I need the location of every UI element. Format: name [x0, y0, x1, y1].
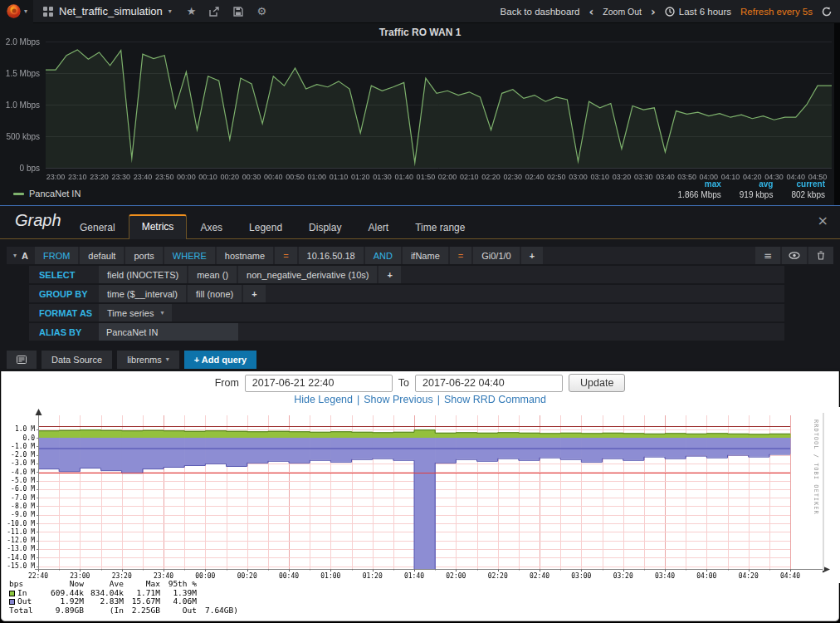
- group-add-icon[interactable]: +: [243, 285, 265, 302]
- policy-segment[interactable]: default: [80, 247, 124, 264]
- legend-header-max: Max: [124, 580, 160, 589]
- stat-current-value: 802 kbps: [791, 190, 825, 199]
- refresh-interval-button[interactable]: Refresh every 5s: [740, 7, 813, 17]
- legend-swatch-in: [9, 591, 15, 596]
- link-separator: |: [433, 394, 444, 405]
- group-fill-segment[interactable]: fill (none): [188, 285, 242, 302]
- link-separator: |: [353, 394, 364, 405]
- panel-title[interactable]: Traffic RO WAN 1: [0, 27, 840, 38]
- total-in-label: (In: [84, 606, 124, 616]
- app: ▾ Net_traffic_simulation ▾ ★ ⚙ Back to d…: [0, 0, 840, 623]
- where-and-segment[interactable]: AND: [365, 247, 401, 264]
- datasource-caret-icon: ▾: [166, 356, 169, 363]
- logo-caret-icon: ▾: [24, 8, 27, 15]
- editor-header: Graph General Metrics Axes Legend Displa…: [0, 206, 840, 239]
- clock-icon: [665, 7, 675, 17]
- query-collapse-toggle[interactable]: ▾ A: [7, 247, 35, 264]
- add-query-button[interactable]: + Add query: [184, 351, 256, 369]
- datasource-select[interactable]: librenms ▾: [117, 351, 179, 369]
- where-key2-segment[interactable]: ifName: [403, 247, 448, 264]
- out-now: 1.92M: [47, 597, 84, 606]
- total-out-value: 7.64GB): [197, 606, 238, 616]
- format-as-select[interactable]: Time series ▾: [99, 304, 172, 321]
- tab-display[interactable]: Display: [295, 214, 354, 239]
- rrd-panel: From To Update Hide Legend|Show Previous…: [1, 371, 839, 621]
- tab-alert[interactable]: Alert: [354, 214, 402, 239]
- dashboard-caret-icon: ▾: [168, 8, 172, 15]
- select-add-icon[interactable]: +: [378, 266, 400, 283]
- group-time-segment[interactable]: time ($__interval): [99, 285, 186, 302]
- measurement-segment[interactable]: ports: [125, 247, 162, 264]
- stat-max-label: max: [705, 179, 721, 189]
- where-add-icon[interactable]: +: [521, 247, 543, 264]
- legend-series-item[interactable]: PancaNet IN: [13, 189, 81, 199]
- close-editor-icon[interactable]: ×: [818, 214, 828, 228]
- refresh-now-icon[interactable]: [822, 7, 832, 17]
- tab-axes[interactable]: Axes: [187, 214, 236, 239]
- help-icon[interactable]: [7, 351, 37, 369]
- grafana-logo[interactable]: ▾: [0, 0, 33, 23]
- update-button[interactable]: Update: [569, 374, 625, 392]
- settings-gear-icon[interactable]: ⚙: [256, 6, 266, 17]
- where-keyword: WHERE: [164, 247, 215, 264]
- query-eye-icon[interactable]: [782, 247, 807, 264]
- query-row-a: ▾ A FROM default ports WHERE hostname = …: [7, 247, 833, 264]
- dashboard-picker[interactable]: Net_traffic_simulation ▾: [43, 5, 172, 17]
- out-max: 15.67M: [124, 597, 160, 606]
- where-operator2-segment[interactable]: =: [450, 247, 471, 264]
- show-previous-link[interactable]: Show Previous: [364, 394, 432, 405]
- query-trash-icon[interactable]: [808, 247, 833, 264]
- series-name: PancaNet IN: [29, 189, 81, 199]
- tab-time-range[interactable]: Time range: [402, 214, 478, 239]
- datasource-value: librenms: [127, 355, 162, 365]
- time-shift-right-icon[interactable]: ›: [651, 6, 656, 17]
- format-as-keyword: FORMAT AS: [29, 304, 99, 321]
- traffic-chart[interactable]: [0, 38, 840, 184]
- tab-legend[interactable]: Legend: [236, 214, 295, 239]
- save-icon[interactable]: [233, 7, 243, 17]
- stat-avg-label: avg: [759, 179, 773, 189]
- stat-max-value: 1.866 Mbps: [678, 190, 721, 199]
- query-menu-icon[interactable]: ≡: [755, 247, 780, 264]
- editor-tabs: General Metrics Axes Legend Display Aler…: [66, 214, 478, 239]
- dashboard-grid-icon: [43, 7, 53, 17]
- where-value2-segment[interactable]: Gi0/1/0: [473, 247, 519, 264]
- time-range-picker[interactable]: Last 6 hours: [665, 7, 731, 17]
- hide-legend-link[interactable]: Hide Legend: [294, 394, 353, 405]
- total-label: Total: [9, 606, 47, 616]
- panel-editor: Graph General Metrics Axes Legend Displa…: [0, 205, 840, 371]
- time-shift-left-icon[interactable]: ‹: [589, 6, 594, 17]
- tab-general[interactable]: General: [66, 214, 129, 239]
- star-icon[interactable]: ★: [187, 6, 197, 17]
- stat-current-label: current: [797, 179, 825, 189]
- from-input[interactable]: [245, 375, 393, 392]
- back-to-dashboard-link[interactable]: Back to dashboard: [501, 7, 580, 17]
- alias-input[interactable]: [99, 323, 238, 341]
- to-input[interactable]: [415, 375, 563, 392]
- where-key-segment[interactable]: hostname: [217, 247, 273, 264]
- zoom-out-button[interactable]: Zoom Out: [603, 7, 642, 17]
- select-mean-segment[interactable]: mean (): [188, 266, 237, 283]
- format-as-row: FORMAT AS Time series ▾: [29, 304, 784, 321]
- total-out-label: Out: [160, 606, 197, 616]
- series-color-dash: [13, 193, 24, 195]
- group-by-row: GROUP BY time ($__interval) fill (none) …: [29, 285, 784, 302]
- show-rrd-command-link[interactable]: Show RRD Command: [444, 394, 546, 405]
- out-ave: 2.83M: [84, 597, 124, 606]
- from-label: From: [215, 377, 239, 389]
- select-derivative-segment[interactable]: non_negative_derivative (10s): [238, 266, 377, 283]
- format-caret-icon: ▾: [160, 310, 164, 316]
- share-icon[interactable]: [209, 7, 220, 17]
- select-field-segment[interactable]: field (INOCTETS): [99, 266, 187, 283]
- where-operator-segment[interactable]: =: [275, 247, 296, 264]
- to-label: To: [398, 377, 409, 389]
- grafana-logo-icon: [6, 3, 22, 19]
- alias-by-keyword: ALIAS BY: [29, 323, 99, 341]
- editor-footer: Data Source librenms ▾ + Add query: [7, 351, 256, 369]
- where-value-segment[interactable]: 10.16.50.18: [299, 247, 364, 264]
- query-row-actions: ≡: [754, 247, 833, 264]
- tab-metrics[interactable]: Metrics: [129, 214, 188, 239]
- legend-header-95th: 95th %: [160, 580, 197, 589]
- time-range-label: Last 6 hours: [679, 7, 731, 17]
- dashboard-actions: ★ ⚙: [187, 6, 266, 17]
